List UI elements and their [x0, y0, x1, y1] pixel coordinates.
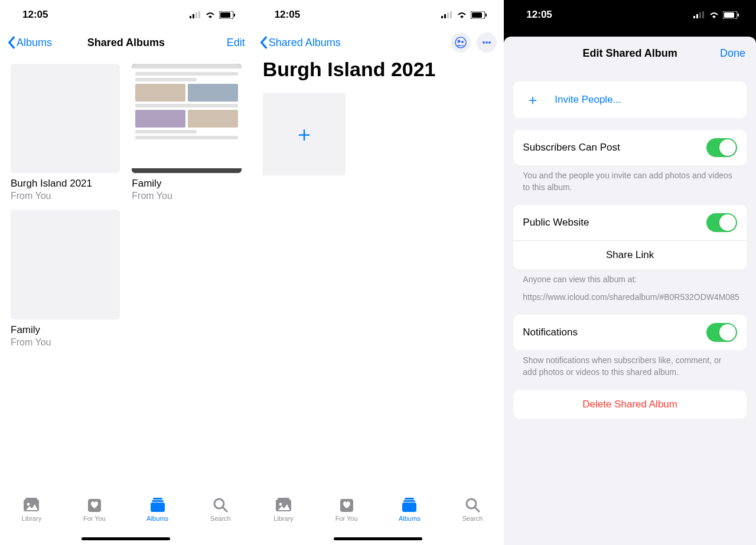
home-indicator[interactable] [82, 537, 170, 540]
tab-search[interactable]: Search [197, 497, 244, 522]
page-title: Burgh Island 2021 [252, 56, 504, 87]
plus-icon: ＋ [523, 90, 543, 110]
svg-rect-0 [190, 16, 191, 18]
svg-point-23 [455, 37, 466, 48]
share-link-button[interactable]: Share Link [513, 240, 747, 269]
svg-rect-39 [696, 14, 698, 18]
svg-rect-43 [724, 12, 734, 18]
tab-for-you[interactable]: For You [71, 497, 118, 522]
tab-label: For You [83, 515, 106, 522]
nav-bar: Albums Shared Albums Edit [0, 30, 252, 56]
tab-library[interactable]: Library [8, 497, 55, 522]
svg-point-24 [458, 40, 461, 43]
for-you-icon [338, 497, 356, 513]
public-footer-text: Anyone can view this album at: [523, 274, 737, 286]
done-button[interactable]: Done [720, 47, 745, 60]
edit-button[interactable]: Edit [227, 37, 245, 49]
svg-rect-19 [450, 11, 452, 18]
svg-rect-44 [738, 14, 739, 17]
albums-icon [400, 497, 418, 513]
notifications-label: Notifications [523, 327, 578, 338]
battery-icon [219, 11, 236, 19]
svg-rect-6 [234, 14, 235, 17]
status-time: 12:05 [275, 9, 300, 21]
battery-icon [723, 11, 739, 19]
cellular-icon [693, 11, 705, 18]
album-subtitle: From You [11, 337, 120, 348]
share-link-label: Share Link [606, 249, 654, 261]
status-time: 12:05 [526, 9, 552, 21]
chevron-left-icon [7, 36, 15, 49]
svg-rect-17 [444, 14, 446, 18]
svg-point-27 [485, 41, 488, 44]
public-website-toggle[interactable] [706, 213, 737, 232]
album-title: Family [11, 324, 120, 336]
subscribers-can-post-row: Subscribers Can Post [513, 130, 747, 165]
svg-rect-33 [405, 498, 414, 500]
album-item[interactable]: Burgh Island 2021 From You [11, 64, 120, 201]
invite-label: Invite People... [555, 94, 621, 106]
tab-label: Albums [146, 515, 168, 522]
albums-icon [149, 497, 167, 513]
search-icon [211, 497, 229, 513]
search-icon [464, 497, 481, 513]
tab-albums[interactable]: Albums [386, 497, 433, 522]
svg-rect-2 [195, 12, 197, 18]
svg-point-25 [461, 41, 464, 43]
add-photo-button[interactable]: ＋ [263, 93, 346, 175]
notifications-footer: Show notifications when subscribers like… [513, 350, 747, 378]
public-website-label: Public Website [523, 217, 589, 229]
sheet-nav: Edit Shared Album Done [504, 37, 756, 70]
subscribers-footer: You and the people you invite can add ph… [513, 165, 747, 193]
back-label: Shared Albums [269, 37, 341, 49]
public-website-footer: Anyone can view this album at: https://w… [513, 269, 747, 303]
notifications-toggle[interactable] [706, 323, 737, 342]
screen-shared-albums-list: 12:05 Albums Shared Albums Edit [0, 0, 252, 545]
svg-rect-41 [702, 11, 704, 18]
svg-rect-40 [699, 12, 701, 18]
album-title: Family [132, 178, 241, 190]
svg-rect-22 [485, 14, 487, 17]
subscribers-label: Subscribers Can Post [523, 142, 620, 154]
svg-rect-13 [151, 502, 165, 512]
status-time: 12:05 [22, 9, 48, 21]
svg-point-31 [279, 503, 282, 506]
svg-rect-12 [152, 500, 164, 502]
album-title: Burgh Island 2021 [11, 178, 120, 190]
tab-label: Albums [399, 515, 421, 522]
delete-shared-album-button[interactable]: Delete Shared Album [513, 390, 747, 419]
screen-edit-shared-album: 12:05 Edit Shared Album Done ＋ Invite Pe… [504, 0, 756, 545]
status-bar: 12:05 [252, 0, 504, 30]
public-footer-url: https://www.icloud.com/sharedalbum/#B0R5… [523, 292, 737, 303]
album-item[interactable]: Family From You [11, 210, 120, 347]
tab-label: Library [22, 515, 42, 522]
tab-label: Search [210, 515, 231, 522]
screen-album-detail: 12:05 Shared Albums [252, 0, 504, 545]
invite-people-button[interactable]: ＋ Invite People... [513, 81, 747, 118]
tab-for-you[interactable]: For You [323, 497, 370, 522]
public-website-group: Public Website Share Link [513, 205, 747, 269]
tab-albums[interactable]: Albums [134, 497, 181, 522]
svg-line-15 [223, 507, 227, 511]
tab-label: For You [335, 515, 358, 522]
tab-library[interactable]: Library [260, 497, 307, 522]
svg-rect-34 [403, 500, 415, 502]
back-button[interactable]: Albums [7, 36, 52, 49]
tab-search[interactable]: Search [449, 497, 496, 522]
album-thumbnail [132, 64, 241, 173]
svg-line-37 [475, 507, 479, 511]
nav-title: Shared Albums [60, 37, 192, 49]
svg-rect-5 [220, 12, 230, 18]
status-bar: 12:05 [504, 0, 756, 30]
album-thumbnail [11, 64, 120, 173]
more-button[interactable] [477, 32, 497, 53]
back-button[interactable]: Shared Albums [259, 36, 341, 49]
subscribers-toggle[interactable] [706, 138, 737, 157]
status-right [693, 11, 739, 19]
home-indicator[interactable] [334, 537, 422, 540]
tab-label: Search [462, 515, 483, 522]
people-button[interactable] [451, 32, 471, 53]
wifi-icon [205, 11, 216, 18]
svg-rect-38 [693, 16, 695, 18]
album-item[interactable]: Family From You [132, 64, 241, 201]
